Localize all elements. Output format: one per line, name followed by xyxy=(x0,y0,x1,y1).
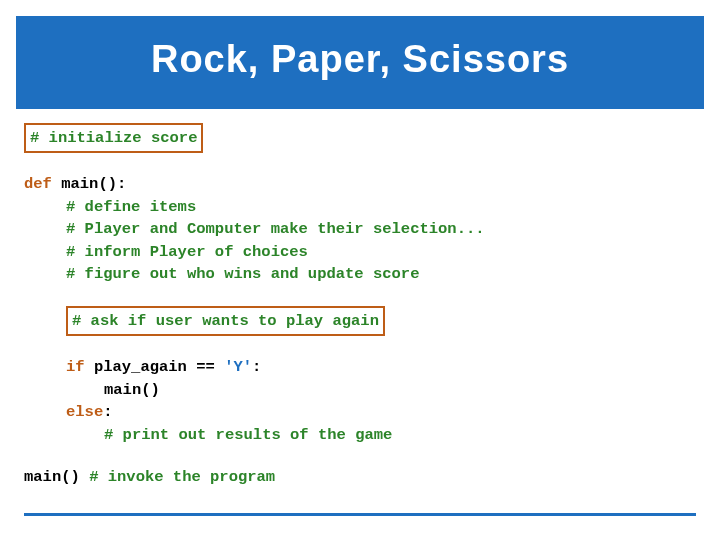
line-def: def main(): xyxy=(24,173,696,195)
line-player: # Player and Computer make their selecti… xyxy=(24,218,696,240)
line-figure: # figure out who wins and update score xyxy=(24,263,696,285)
comment-invoke: # invoke the program xyxy=(89,468,275,486)
string-y: 'Y' xyxy=(224,358,252,376)
keyword-else: else xyxy=(66,403,103,421)
keyword-if: if xyxy=(66,358,85,376)
if-condition: play_again == xyxy=(85,358,225,376)
blank-line xyxy=(24,153,696,173)
line-else: else: xyxy=(24,401,696,423)
blank-line xyxy=(24,446,696,466)
keyword-def: def xyxy=(24,175,52,193)
line-invoke: main() # invoke the program xyxy=(24,466,696,488)
title-text: Rock, Paper, Scissors xyxy=(151,38,569,80)
comment-initialize: # initialize score xyxy=(24,123,203,153)
line-main-call: main() xyxy=(24,379,696,401)
line-ask: # ask if user wants to play again xyxy=(24,306,696,336)
main-call: main() xyxy=(24,379,160,401)
comment-figure: # figure out who wins and update score xyxy=(24,263,419,285)
code-block: # initialize score def main(): # define … xyxy=(0,109,720,489)
bottom-rule xyxy=(24,513,696,516)
blank-line xyxy=(24,286,696,306)
slide-title: Rock, Paper, Scissors xyxy=(16,16,704,109)
blank-line xyxy=(24,336,696,356)
comment-ask: # ask if user wants to play again xyxy=(66,306,385,336)
colon: : xyxy=(252,358,261,376)
line-print: # print out results of the game xyxy=(24,424,696,446)
line-if: if play_again == 'Y': xyxy=(24,356,696,378)
line-inform: # inform Player of choices xyxy=(24,241,696,263)
comment-define: # define items xyxy=(24,196,196,218)
colon: : xyxy=(103,403,112,421)
comment-print: # print out results of the game xyxy=(24,424,392,446)
main-signature: main(): xyxy=(52,175,126,193)
line-define: # define items xyxy=(24,196,696,218)
comment-player: # Player and Computer make their selecti… xyxy=(24,218,485,240)
main-bottom: main() xyxy=(24,468,89,486)
comment-inform: # inform Player of choices xyxy=(24,241,308,263)
line-init: # initialize score xyxy=(24,123,696,153)
